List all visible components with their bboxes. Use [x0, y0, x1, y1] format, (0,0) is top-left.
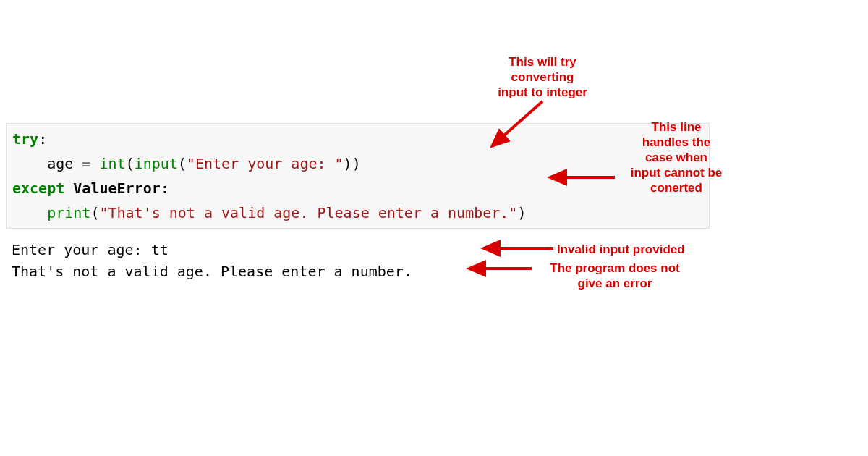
output-line-1: Enter your age: tt [12, 241, 169, 258]
fn-print: print [47, 204, 90, 221]
annotation-try-convert: This will tryconvertinginput to integer [477, 54, 608, 100]
code-block: try: age = int(input("Enter your age: ")… [6, 123, 710, 229]
keyword-except: except [12, 180, 64, 197]
paren: ) [517, 204, 526, 221]
output-line-2: That's not a valid age. Please enter a n… [12, 263, 412, 280]
fn-int: int [99, 155, 125, 172]
paren: ( [126, 155, 135, 172]
colon: : [38, 130, 47, 148]
string-error: "That's not a valid age. Please enter a … [99, 204, 517, 221]
output-block: Enter your age: tt That's not a valid ag… [12, 239, 412, 282]
colon: : [161, 180, 169, 197]
indent [12, 204, 47, 221]
annotation-invalid-input: Invalid input provided [557, 242, 716, 257]
paren: ( [178, 155, 187, 172]
exception-name: ValueError [73, 180, 160, 197]
keyword-try: try [12, 130, 38, 148]
annotation-handles-case: This linehandles thecase wheninput canno… [618, 119, 734, 195]
paren: ) [344, 155, 352, 172]
paren: ( [90, 204, 99, 221]
indent [12, 155, 47, 172]
annotation-no-error: The program does notgive an error [535, 261, 694, 291]
var-age: age [47, 155, 73, 172]
fn-input: input [135, 155, 178, 172]
paren: ) [352, 155, 361, 172]
assign-op: = [73, 155, 99, 172]
string-prompt: "Enter your age: " [187, 155, 344, 172]
space [64, 180, 73, 197]
